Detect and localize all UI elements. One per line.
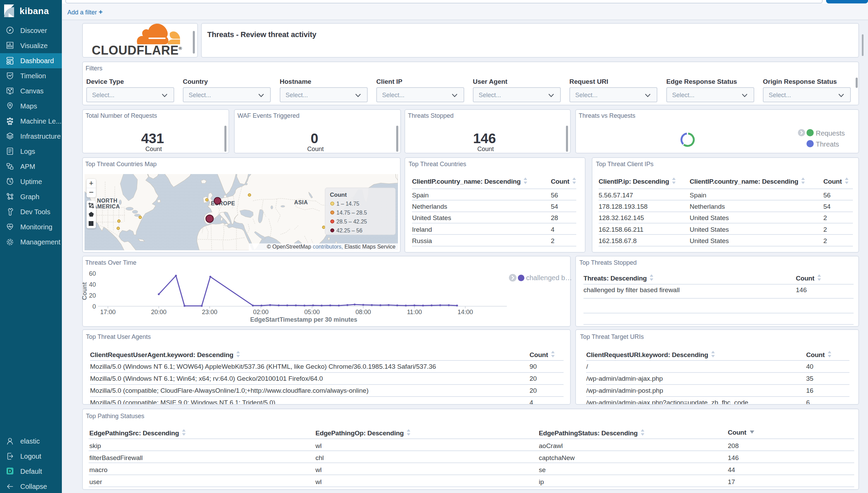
svg-text:05:00: 05:00 [304,309,320,316]
svg-text:Count: Count [330,192,347,198]
svg-text:EdgeStartTimestamp per 30 minu: EdgeStartTimestamp per 30 minutes [250,316,357,323]
svg-text:14:00: 14:00 [457,309,473,316]
svg-text:11:00: 11:00 [407,309,422,316]
svg-text:60: 60 [89,270,96,277]
svg-text:D: D [8,468,12,474]
svg-text:© OpenStreetMap contributors,: © OpenStreetMap contributors, Elastic Ma… [267,244,396,250]
svg-text:17:00: 17:00 [100,309,115,316]
svg-text:ASIA: ASIA [294,199,308,205]
svg-text:1 – 14.75: 1 – 14.75 [336,201,359,207]
svg-text:28.5 – 42.25: 28.5 – 42.25 [336,219,367,225]
svg-text:42.25 – 56: 42.25 – 56 [336,228,363,233]
svg-text:Count: Count [82,282,88,300]
svg-text:20:00: 20:00 [151,309,166,316]
svg-text:02:00: 02:00 [253,309,268,316]
svg-text:23:00: 23:00 [202,309,217,316]
svg-text:14.75 – 28.5: 14.75 – 28.5 [336,210,367,216]
svg-text:08:00: 08:00 [355,309,371,316]
svg-text:40: 40 [89,281,96,288]
svg-text:AMERICA: AMERICA [93,204,120,209]
svg-text:NORTH: NORTH [97,198,117,204]
svg-text:20: 20 [89,292,96,299]
svg-text:0: 0 [92,303,96,310]
